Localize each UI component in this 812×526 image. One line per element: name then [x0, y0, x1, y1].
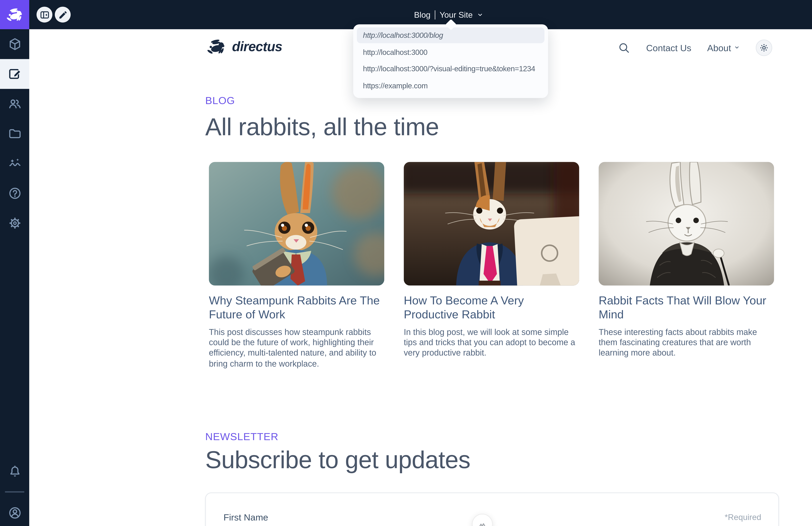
current-page-label: Blog: [414, 10, 430, 19]
gear-icon: [8, 216, 21, 230]
sidebar-item-users[interactable]: [0, 89, 29, 119]
sidebar-item-insights[interactable]: [0, 148, 29, 178]
newsletter-eyebrow: NEWSLETTER: [205, 431, 278, 443]
rabbit-logo-icon: [205, 38, 227, 55]
blog-post-card[interactable]: How To Become A Very Productive Rabbit I…: [404, 162, 579, 369]
sidebar-item-files[interactable]: [0, 119, 29, 148]
nav-link-contact-us[interactable]: Contact Us: [646, 42, 691, 53]
first-name-label: First Name: [223, 512, 268, 523]
toggle-panel-button[interactable]: [37, 7, 53, 23]
account-circle-icon: [8, 506, 21, 520]
post-image-steampunk-rabbit: [209, 162, 384, 286]
nav-link-about: About: [707, 42, 731, 53]
edit-mode-button[interactable]: [55, 7, 71, 23]
sidebar-item-help[interactable]: [0, 178, 29, 208]
insights-sparkle-icon: [8, 157, 21, 171]
url-menu: http://localhost:3000/blog http://localh…: [353, 24, 548, 98]
site-nav: Contact Us About: [618, 38, 772, 57]
post-image-business-rabbit: [404, 162, 579, 286]
post-description: This post discusses how steampunk rabbit…: [209, 327, 384, 369]
url-menu-item-current[interactable]: http://localhost:3000/blog: [357, 27, 545, 43]
blog-post-card[interactable]: Why Steampunk Rabbits Are The Future of …: [209, 162, 384, 369]
url-menu-item[interactable]: https://example.com: [357, 77, 545, 93]
chevron-down-icon: [477, 11, 484, 18]
current-site-label: Your Site: [440, 10, 473, 19]
post-description: These interesting facts about rabbits ma…: [599, 327, 774, 359]
folder-icon: [8, 127, 21, 141]
module-bar: [0, 29, 29, 526]
blog-eyebrow: BLOG: [205, 95, 235, 107]
search-icon[interactable]: [618, 41, 630, 54]
switcher-divider: [435, 10, 435, 19]
url-menu-item[interactable]: http://localhost:3000: [357, 44, 545, 60]
sidebar-item-visual-editor[interactable]: [0, 59, 29, 89]
panel-collapse-icon: [39, 10, 50, 20]
user-account-button[interactable]: [0, 499, 29, 526]
sidebar-divider: [5, 491, 24, 493]
post-image-vintage-rabbit: [599, 162, 774, 286]
bell-icon: [8, 464, 21, 478]
post-description: In this blog post, we will look at some …: [404, 327, 579, 359]
site-brand-logo[interactable]: directus: [205, 38, 282, 55]
blog-post-card[interactable]: Rabbit Facts That Will Blow Your Mind Th…: [599, 162, 774, 369]
required-hint: *Required: [725, 513, 761, 522]
users-icon: [8, 97, 21, 111]
post-title: How To Become A Very Productive Rabbit: [404, 294, 579, 321]
nuxt-logo-icon: [477, 519, 488, 526]
blog-page-title: All rabbits, all the time: [205, 113, 439, 141]
nav-dropdown-about[interactable]: About: [707, 42, 740, 53]
newsletter-title: Subscribe to get updates: [205, 446, 470, 474]
edit-square-icon: [8, 67, 21, 81]
brand-wordmark: directus: [232, 39, 282, 55]
help-icon: [8, 186, 21, 200]
notifications-button[interactable]: [0, 458, 29, 485]
post-title: Rabbit Facts That Will Blow Your Mind: [599, 294, 774, 321]
pencil-icon: [58, 10, 68, 20]
sun-icon: [759, 42, 769, 53]
sidebar-item-content[interactable]: [0, 29, 29, 59]
sidebar-item-settings[interactable]: [0, 208, 29, 238]
chevron-down-icon: [734, 44, 740, 50]
directus-app-logo[interactable]: [0, 0, 29, 29]
directus-visual-editor: Blog Your Site 1860 × 1020 100%: [0, 0, 812, 526]
post-title: Why Steampunk Rabbits Are The Future of …: [209, 294, 384, 321]
theme-toggle-button[interactable]: [756, 39, 772, 56]
cube-icon: [8, 37, 21, 51]
rabbit-logo-icon: [5, 7, 24, 22]
blog-post-grid: Why Steampunk Rabbits Are The Future of …: [209, 162, 774, 369]
url-menu-item[interactable]: http://localhost:3000/?visual-editing=tr…: [357, 61, 545, 77]
website-preview: directus Contact Us About BLOG All rabbi…: [29, 29, 812, 526]
sidebar-spacer: [0, 238, 29, 458]
